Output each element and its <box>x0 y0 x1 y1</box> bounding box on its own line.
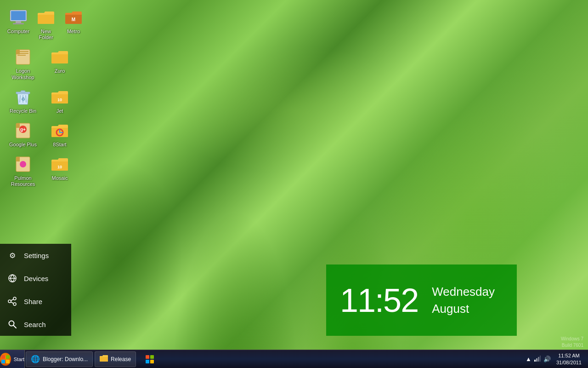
desktop-icon-mosaic[interactable]: 10 Mosaic <box>41 151 78 191</box>
svg-point-28 <box>13 297 16 300</box>
8start-icon <box>51 121 69 140</box>
charm-share-label: Share <box>24 298 42 305</box>
google-plus-label: Google Plus <box>9 142 37 148</box>
charm-settings[interactable]: ⚙ Settings <box>0 244 71 267</box>
svg-text:g+: g+ <box>20 127 26 132</box>
recycle-bin-icon: ♻ <box>14 88 32 106</box>
taskbar-win-logo-icon <box>146 355 154 363</box>
new-folder-label: New Folder <box>34 29 58 40</box>
win-version-line1: Windows 7 <box>561 336 583 342</box>
charm-share[interactable]: Share <box>0 290 71 313</box>
recycle-bin-label: Recycle Bin <box>10 108 36 114</box>
computer-label: Computer <box>7 29 29 34</box>
desktop-icon-metro[interactable]: M Metro <box>60 5 87 44</box>
windows-logo-icon <box>1 355 10 363</box>
tray-icons: ▲ 🔊 <box>526 355 551 363</box>
svg-point-29 <box>13 303 16 305</box>
start-orb <box>0 353 11 366</box>
icon-row-3: g+ Google Plus 8Start <box>5 118 87 151</box>
settings-icon: ⚙ <box>7 250 17 260</box>
metro-icon: M <box>64 8 83 27</box>
clock-widget: 11:52 Wednesday August <box>326 264 517 336</box>
svg-text:10: 10 <box>57 98 62 102</box>
mosaic-icon: 10 <box>51 155 69 173</box>
svg-point-30 <box>8 300 11 303</box>
clock-time: 11:52 <box>340 284 418 317</box>
charm-search-label: Search <box>24 321 46 328</box>
desktop-icon-recycle-bin[interactable]: ♻ Recycle Bin <box>5 84 41 118</box>
desktop-icon-zuro[interactable]: Zuro <box>41 44 78 84</box>
charm-bar: ⚙ Settings Devices Share <box>0 244 71 336</box>
desktop-icon-8start[interactable]: 8Start <box>41 118 78 151</box>
charm-search[interactable]: Search <box>0 313 71 336</box>
svg-rect-35 <box>534 360 536 362</box>
svg-line-31 <box>11 299 13 301</box>
svg-point-23 <box>20 161 26 167</box>
clock-month: August <box>432 300 495 317</box>
svg-line-12 <box>20 95 20 103</box>
svg-line-32 <box>11 302 13 304</box>
svg-rect-38 <box>540 356 541 362</box>
tray-datetime[interactable]: 11:52 AM 31/08/2011 <box>554 352 583 366</box>
zuro-icon <box>51 48 69 66</box>
charm-devices[interactable]: Devices <box>0 267 71 290</box>
svg-rect-1 <box>11 11 26 20</box>
logon-workshop-icon <box>14 48 32 66</box>
charm-devices-label: Devices <box>24 275 48 282</box>
start-button[interactable]: Start <box>0 350 25 368</box>
desktop-icon-computer[interactable]: Computer <box>5 5 32 44</box>
system-tray: ▲ 🔊 11:52 AM 31/08/2011 <box>521 350 588 368</box>
search-icon <box>7 319 17 329</box>
tray-network-icon[interactable] <box>534 355 541 363</box>
icon-row-2: ♻ Recycle Bin 10 Jet <box>5 84 87 118</box>
icon-row-1: LogonWorkshop Zuro <box>5 44 87 84</box>
icon-row-4: PulmonResources 10 Mosaic <box>5 151 87 191</box>
svg-rect-3 <box>13 23 24 24</box>
desktop-icons: Computer New Folder M Metro <box>0 0 92 196</box>
icon-row-0: Computer New Folder M Metro <box>5 5 87 44</box>
desktop-icon-pulmon-resources[interactable]: PulmonResources <box>5 151 41 191</box>
svg-rect-8 <box>17 55 26 56</box>
svg-rect-11 <box>21 91 25 92</box>
8start-label: 8Start <box>53 142 66 148</box>
clock-day: Wednesday <box>432 283 495 300</box>
win-version-line2: Build 7601 <box>561 342 583 349</box>
desktop-icon-logon-workshop[interactable]: LogonWorkshop <box>5 44 41 84</box>
clock-date: Wednesday August <box>432 283 495 317</box>
release-task-label: Release <box>111 356 131 362</box>
desktop-icon-jet[interactable]: 10 Jet <box>41 84 78 118</box>
taskbar-task-release[interactable]: Release <box>95 351 136 367</box>
tray-expand-icon[interactable]: ▲ <box>526 356 531 362</box>
svg-rect-37 <box>538 357 539 362</box>
start-label: Start <box>14 356 24 362</box>
svg-rect-24 <box>16 157 20 161</box>
tray-time: 11:52 AM <box>558 352 579 359</box>
taskbar-windows-button[interactable] <box>141 350 159 368</box>
blogger-icon: 🌐 <box>31 355 40 363</box>
svg-rect-36 <box>536 358 537 362</box>
svg-line-14 <box>26 95 26 103</box>
svg-rect-9 <box>16 50 20 54</box>
svg-rect-20 <box>16 123 20 128</box>
zuro-label: Zuro <box>55 68 65 74</box>
svg-text:♻: ♻ <box>21 97 25 102</box>
computer-icon <box>9 8 28 27</box>
windows-version: Windows 7 Build 7601 <box>561 336 583 349</box>
svg-line-34 <box>14 326 17 328</box>
svg-text:M: M <box>72 17 75 22</box>
desktop-icon-new-folder[interactable]: New Folder <box>32 5 60 44</box>
blogger-task-label: Blogger: Downlo... <box>43 356 88 362</box>
jet-icon: 10 <box>51 88 69 106</box>
charm-settings-label: Settings <box>24 252 49 259</box>
mosaic-label: Mosaic <box>52 175 68 181</box>
devices-icon <box>7 273 17 283</box>
pulmon-resources-label: PulmonResources <box>11 175 35 187</box>
new-folder-icon <box>37 8 55 27</box>
taskbar: Start 🌐 Blogger: Downlo... Release ▲ <box>0 350 588 368</box>
tray-date: 31/08/2011 <box>556 359 582 366</box>
desktop-icon-google-plus[interactable]: g+ Google Plus <box>5 118 41 151</box>
taskbar-task-blogger[interactable]: 🌐 Blogger: Downlo... <box>26 351 93 367</box>
share-icon <box>7 296 17 306</box>
tray-volume-icon[interactable]: 🔊 <box>543 356 551 362</box>
svg-rect-2 <box>16 21 21 23</box>
